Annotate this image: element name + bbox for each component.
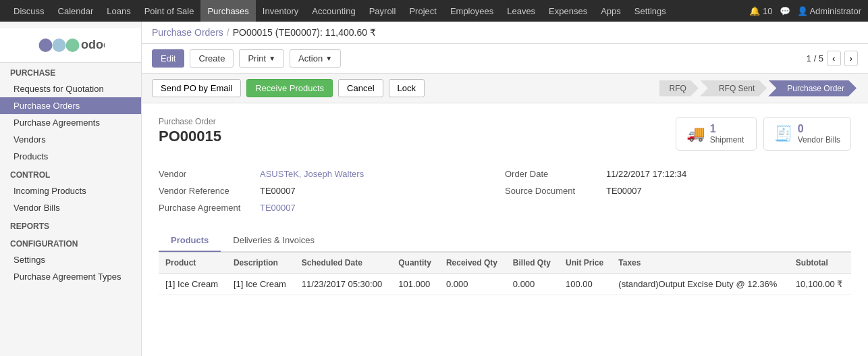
- po-detail: Purchase Order PO00015 🚚 1 Shipment 🧾: [142, 103, 868, 309]
- create-button[interactable]: Create: [190, 49, 234, 68]
- po-number: PO00015: [159, 128, 662, 145]
- col-header-unit-price: Unit Price: [559, 253, 612, 274]
- sidebar-section-control: Control Incoming Products Vendor Bills: [0, 165, 141, 216]
- breadcrumb-separator: /: [227, 27, 229, 38]
- sidebar-item-purchase-orders[interactable]: Purchase Orders: [0, 97, 141, 114]
- shipment-info: 1 Shipment: [710, 123, 744, 145]
- user-menu[interactable]: 👤 Administrator: [797, 6, 861, 16]
- products-table: Product Description Scheduled Date Quant…: [159, 252, 851, 295]
- cancel-button[interactable]: Cancel: [338, 79, 383, 97]
- workflow-step-rfq[interactable]: RFQ: [659, 80, 699, 97]
- col-header-description: Description: [227, 253, 295, 274]
- nav-point-of-sale[interactable]: Point of Sale: [138, 0, 201, 22]
- vendor-bills-count: 0: [798, 123, 840, 135]
- shipment-label: Shipment: [710, 135, 744, 145]
- send-po-button[interactable]: Send PO by Email: [152, 79, 241, 97]
- svg-point-0: [38, 39, 52, 52]
- print-label: Print: [248, 53, 266, 63]
- nav-employees[interactable]: Employees: [443, 0, 500, 22]
- po-label: Purchase Order: [159, 117, 662, 126]
- nav-calendar[interactable]: Calendar: [51, 0, 101, 22]
- tab-products[interactable]: Products: [159, 230, 221, 252]
- receive-products-button[interactable]: Receive Products: [246, 79, 333, 97]
- sidebar: odoo Purchase Requests for Quotation Pur…: [0, 22, 142, 356]
- action-label: Action: [298, 53, 323, 63]
- nav-expenses[interactable]: Expenses: [542, 0, 594, 22]
- nav-leaves[interactable]: Leaves: [500, 0, 542, 22]
- sidebar-item-vendor-bills[interactable]: Vendor Bills: [0, 199, 141, 216]
- sidebar-item-purchase-agreement-types[interactable]: Purchase Agreement Types: [0, 268, 141, 285]
- nav-payroll[interactable]: Payroll: [362, 0, 403, 22]
- nav-right-section: 🔔 10 💬 👤 Administrator: [749, 6, 861, 16]
- nav-purchases[interactable]: Purchases: [200, 0, 255, 22]
- sidebar-section-title-control: Control: [0, 165, 141, 182]
- po-header-left: Purchase Order PO00015: [159, 117, 662, 155]
- notification-count[interactable]: 🔔 10: [749, 6, 772, 16]
- po-header-right: 🚚 1 Shipment 🧾 0 Vendor Bills: [676, 117, 851, 151]
- chat-icon[interactable]: 💬: [780, 6, 790, 16]
- vendor-bills-smart-button[interactable]: 🧾 0 Vendor Bills: [763, 117, 851, 151]
- order-date-field-row: Order Date 11/22/2017 17:12:34: [505, 166, 851, 182]
- status-bar: Send PO by Email Receive Products Cancel…: [142, 74, 868, 103]
- sidebar-item-vendors[interactable]: Vendors: [0, 131, 141, 148]
- lock-button[interactable]: Lock: [389, 79, 425, 97]
- print-button[interactable]: Print ▼: [239, 49, 284, 68]
- edit-button[interactable]: Edit: [152, 49, 184, 68]
- sidebar-item-incoming-products[interactable]: Incoming Products: [0, 182, 141, 199]
- order-date-field-label: Order Date: [505, 169, 599, 179]
- svg-text:odoo: odoo: [81, 38, 105, 51]
- nav-apps[interactable]: Apps: [594, 0, 628, 22]
- breadcrumb-bar: Purchase Orders / PO00015 (TE00007): 11,…: [142, 22, 868, 44]
- col-header-billed-qty: Billed Qty: [506, 253, 559, 274]
- workflow-step-purchase-order[interactable]: Purchase Order: [768, 80, 857, 97]
- purchase-agreement-field-label: Purchase Agreement: [159, 203, 253, 213]
- cell-scheduled-date: 11/23/2017 05:30:00: [295, 274, 391, 295]
- sidebar-section-title-reports: Reports: [0, 216, 141, 234]
- vendor-bills-label: Vendor Bills: [798, 135, 840, 145]
- source-doc-field-row: Source Document TE00007: [505, 182, 851, 199]
- nav-accounting[interactable]: Accounting: [305, 0, 362, 22]
- table-row[interactable]: [1] Ice Cream [1] Ice Cream 11/23/2017 0…: [159, 274, 851, 295]
- purchase-agreement-field-value[interactable]: TE00007: [260, 203, 296, 213]
- workflow-steps: RFQ RFQ Sent Purchase Order: [659, 80, 858, 97]
- vendor-field-value[interactable]: ASUSTeK, Joseph Walters: [260, 169, 364, 179]
- nav-inventory[interactable]: Inventory: [256, 0, 305, 22]
- app-layout: odoo Purchase Requests for Quotation Pur…: [0, 22, 868, 356]
- vendor-ref-field-label: Vendor Reference: [159, 186, 253, 196]
- sidebar-item-products[interactable]: Products: [0, 148, 141, 165]
- logo-container: odoo: [0, 28, 142, 63]
- breadcrumb-current: PO00015 (TE00007): 11,400.60 ₹: [233, 27, 376, 38]
- shipment-smart-button[interactable]: 🚚 1 Shipment: [676, 117, 757, 151]
- col-header-quantity: Quantity: [391, 253, 439, 274]
- shipment-icon: 🚚: [686, 125, 705, 143]
- nav-settings[interactable]: Settings: [628, 0, 673, 22]
- cell-quantity: 101.000: [391, 274, 439, 295]
- pagination-prev-button[interactable]: ‹: [827, 51, 840, 66]
- nav-loans[interactable]: Loans: [100, 0, 137, 22]
- form-fields: Vendor ASUSTeK, Joseph Walters Vendor Re…: [159, 166, 851, 216]
- col-header-received-qty: Received Qty: [439, 253, 506, 274]
- tab-deliveries-invoices[interactable]: Deliveries & Invoices: [221, 230, 327, 252]
- sidebar-item-requests-for-quotation[interactable]: Requests for Quotation: [0, 80, 141, 97]
- col-header-product: Product: [159, 253, 227, 274]
- action-button[interactable]: Action ▼: [290, 49, 341, 68]
- top-navigation: Discuss Calendar Loans Point of Sale Pur…: [0, 0, 868, 22]
- vendor-field-label: Vendor: [159, 169, 253, 179]
- source-doc-field-value: TE00007: [606, 186, 642, 196]
- order-date-field-value: 11/22/2017 17:12:34: [606, 169, 686, 179]
- pagination-next-button[interactable]: ›: [844, 51, 858, 66]
- sidebar-section-reports: Reports: [0, 216, 141, 234]
- sidebar-item-settings[interactable]: Settings: [0, 251, 141, 268]
- breadcrumb-parent-link[interactable]: Purchase Orders: [152, 27, 223, 38]
- action-dropdown-arrow: ▼: [325, 55, 332, 62]
- nav-discuss[interactable]: Discuss: [7, 0, 51, 22]
- nav-project[interactable]: Project: [402, 0, 443, 22]
- svg-point-1: [52, 39, 65, 52]
- sidebar-item-purchase-agreements[interactable]: Purchase Agreements: [0, 114, 141, 131]
- workflow-step-rfq-sent[interactable]: RFQ Sent: [700, 80, 767, 97]
- vendor-field-row: Vendor ASUSTeK, Joseph Walters: [159, 166, 505, 182]
- cell-product: [1] Ice Cream: [159, 274, 227, 295]
- print-dropdown-arrow: ▼: [269, 55, 275, 62]
- vendor-bills-info: 0 Vendor Bills: [798, 123, 840, 145]
- col-header-scheduled-date: Scheduled Date: [295, 253, 391, 274]
